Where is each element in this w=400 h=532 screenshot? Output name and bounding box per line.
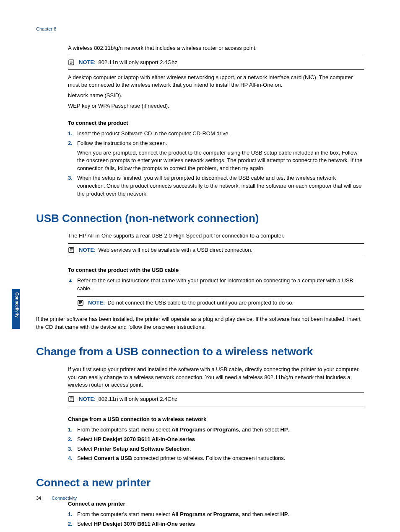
usb-heading: To connect the product with the USB cabl…	[68, 266, 364, 274]
change-steps: 1. From the computer's start menu select…	[68, 426, 364, 462]
note-text: NOTE:Web services will not be available …	[79, 246, 252, 254]
step-number: 2.	[68, 139, 77, 173]
step-body: Select HP Deskjet 3070 B611 All-in-One s…	[77, 436, 364, 444]
intro-p3: Network name (SSID).	[68, 92, 364, 100]
list-item: ▲ Refer to the setup instructions that c…	[68, 277, 364, 293]
change-p1: If you first setup your printer and inst…	[68, 366, 364, 390]
step-body: From the computer's start menu select Al…	[77, 511, 364, 519]
note-body: 802.11n will only support 2.4Ghz	[98, 396, 177, 402]
step-number: 3.	[68, 174, 77, 198]
step-body: From the computer's start menu select Al…	[77, 426, 364, 434]
step-body: Select Convert a USB connected printer t…	[77, 455, 364, 462]
intro-p4: WEP key or WPA Passphrase (if needed).	[68, 102, 364, 110]
new-printer-steps: 1. From the computer's start menu select…	[68, 511, 364, 528]
step-number: 1.	[68, 426, 77, 434]
intro-p2: A desktop computer or laptop with either…	[68, 74, 364, 90]
note-body: 802.11n will only support 2.4Ghz	[98, 59, 177, 65]
note-box: NOTE:Web services will not be available …	[68, 243, 364, 257]
chapter-label: Chapter 8	[36, 26, 364, 33]
section-title-new-printer: Connect a new printer	[36, 475, 364, 491]
note-label: NOTE:	[88, 300, 105, 306]
footer-section: Connectivity	[52, 496, 77, 501]
intro-p1: A wireless 802.11b/g/n network that incl…	[68, 44, 364, 52]
step-number: 2.	[68, 436, 77, 444]
note-box: NOTE:802.11n will only support 2.4Ghz	[68, 56, 364, 70]
new-printer-heading: Connect a new printer	[68, 500, 364, 508]
note-icon	[68, 59, 75, 66]
list-item: 3. Select Printer Setup and Software Sel…	[68, 445, 364, 453]
note-icon	[77, 300, 84, 306]
list-item: 2. Select HP Deskjet 3070 B611 All-in-On…	[68, 520, 364, 528]
page-number: 34	[36, 496, 41, 501]
note-box: NOTE:802.11n will only support 2.4Ghz	[68, 393, 364, 406]
change-heading: Change from a USB connection to a wirele…	[68, 416, 364, 424]
step-body: When the setup is finished, you will be …	[77, 174, 364, 198]
note-text: NOTE:Do not connect the USB cable to the…	[88, 299, 294, 307]
step-number: 4.	[68, 455, 77, 462]
list-item: 1. From the computer's start menu select…	[68, 426, 364, 434]
step-number: 3.	[68, 445, 77, 453]
step-body: Select HP Deskjet 3070 B611 All-in-One s…	[77, 520, 364, 528]
usb-p1: The HP All-in-One supports a rear USB 2.…	[68, 232, 364, 240]
note-icon	[68, 396, 75, 403]
usb-p2: If the printer software has been install…	[36, 315, 364, 331]
note-body: Web services will not be available with …	[98, 247, 252, 253]
step-body: Refer to the setup instructions that cam…	[77, 277, 364, 293]
note-icon	[68, 247, 75, 253]
list-item: 1. From the computer's start menu select…	[68, 511, 364, 519]
connect-steps: 1. Insert the product Software CD in the…	[68, 130, 364, 198]
connect-heading: To connect the product	[68, 119, 364, 127]
note-body: Do not connect the USB cable to the prod…	[107, 300, 294, 306]
step-body: Select Printer Setup and Software Select…	[77, 445, 364, 453]
list-item: 2. Select HP Deskjet 3070 B611 All-in-On…	[68, 436, 364, 444]
note-label: NOTE:	[79, 59, 96, 65]
step-body: Insert the product Software CD in the co…	[77, 130, 364, 138]
list-item: 3. When the setup is finished, you will …	[68, 174, 364, 198]
note-text: NOTE:802.11n will only support 2.4Ghz	[79, 395, 177, 403]
list-item: 2. Follow the instructions on the screen…	[68, 139, 364, 173]
section-title-usb: USB Connection (non-network connection)	[36, 211, 364, 227]
list-item: 1. Insert the product Software CD in the…	[68, 130, 364, 138]
step-number: 2.	[68, 520, 77, 528]
side-tab: Connectivity	[12, 289, 20, 329]
step-body-line: Follow the instructions on the screen.	[77, 139, 364, 147]
step-number: 1.	[68, 130, 77, 138]
page-content: Chapter 8 A wireless 802.11b/g/n network…	[0, 0, 400, 532]
side-tab-label: Connectivity	[12, 289, 20, 318]
note-label: NOTE:	[79, 247, 96, 253]
note-box: NOTE:Do not connect the USB cable to the…	[77, 296, 364, 310]
main-content: A wireless 802.11b/g/n network that incl…	[68, 44, 364, 528]
section-title-change: Change from a USB connection to a wirele…	[36, 344, 364, 360]
note-label: NOTE:	[79, 396, 96, 402]
note-text: NOTE:802.11n will only support 2.4Ghz	[79, 59, 177, 67]
step-body: Follow the instructions on the screen. W…	[77, 139, 364, 173]
triangle-icon: ▲	[68, 277, 77, 293]
list-item: 4. Select Convert a USB connected printe…	[68, 455, 364, 462]
step-number: 1.	[68, 511, 77, 519]
step-body-line: When you are prompted, connect the produ…	[77, 149, 364, 173]
page-footer: 34 Connectivity	[36, 495, 77, 502]
